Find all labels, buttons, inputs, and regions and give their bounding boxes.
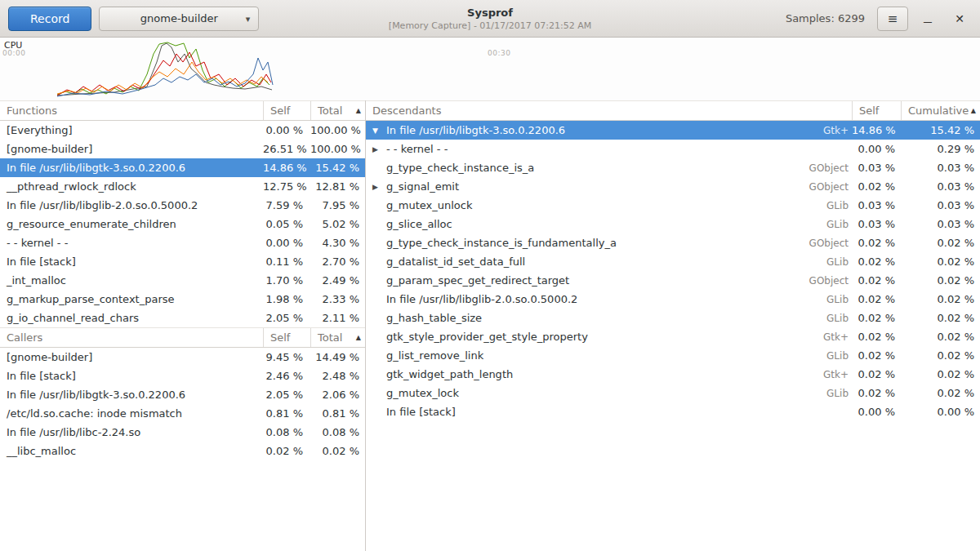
cumulative-column-header[interactable]: Cumulative ▲ [901,101,980,120]
descendant-row[interactable]: g_datalist_id_set_data_fullGLib0.02 %0.0… [366,252,980,271]
profile-target-dropdown[interactable]: gnome-builder ▾ [99,7,259,31]
descendant-row[interactable]: gtk_widget_path_lengthGtk+0.02 %0.02 % [366,365,980,384]
symbol-name: __pthread_rwlock_rdlock [0,180,263,193]
library-tag: GLib [795,313,852,324]
caller-row[interactable]: __libc_malloc0.02 %0.02 % [0,442,365,460]
cumulative-percent: 0.03 % [901,218,980,230]
library-tag: Gtk+ [795,369,852,380]
callers-total-column-header[interactable]: Total ▲ [310,328,365,347]
symbol-name: g_type_check_instance_is_fundamentally_a [366,237,795,249]
record-button[interactable]: Record [8,7,91,31]
cpu-red-line [57,52,271,96]
library-tag: GLib [795,256,852,268]
descendants-column-header[interactable]: Descendants [366,101,852,120]
minimize-icon: ─ [924,16,932,29]
descendant-row[interactable]: In file /usr/lib/libglib-2.0.so.0.5000.2… [366,290,980,309]
chevron-down-icon: ▾ [246,14,251,24]
self-percent: 0.11 % [263,256,310,268]
library-tag: Gtk+ [795,331,852,343]
self-percent: 0.05 % [263,218,310,230]
function-row[interactable]: [gnome-builder]26.51 %100.00 % [0,140,365,158]
self-percent: 0.00 % [852,406,901,418]
self-percent: 14.86 % [852,124,901,136]
minimize-button[interactable]: ─ [915,7,940,31]
descendant-row[interactable]: ▼In file /usr/lib/libgtk-3.so.0.2200.6Gt… [366,121,980,140]
hamburger-icon: ≡ [888,11,898,26]
function-row[interactable]: [Everything]0.00 %100.00 % [0,121,365,140]
sort-indicator-icon: ▲ [356,334,361,341]
symbol-name-text: g_hash_table_size [386,312,482,324]
symbol-name: g_markup_parse_context_parse [0,293,263,305]
cpu-graph[interactable]: CPU 00:00 00:30 [0,38,980,100]
descendant-row[interactable]: gtk_style_provider_get_style_propertyGtk… [366,327,980,346]
symbol-name: g_slice_alloc [366,218,795,230]
descendant-row[interactable]: In file [stack]0.00 %0.00 % [366,402,980,421]
descendant-row[interactable]: g_mutex_unlockGLib0.03 %0.03 % [366,196,980,215]
cumulative-percent: 0.02 % [901,274,980,287]
self-percent: 0.02 % [852,274,901,287]
symbol-name: _int_malloc [0,274,263,287]
library-tag: GLib [795,388,852,399]
cumulative-percent: 0.00 % [901,406,980,418]
callers-column-header[interactable]: Callers [0,328,263,347]
close-button[interactable]: ✕ [947,7,972,31]
menu-button[interactable]: ≡ [877,7,908,31]
symbol-name-text: g_type_check_instance_is_fundamentally_a [386,237,617,249]
descendant-row[interactable]: g_slice_allocGLib0.03 %0.03 % [366,215,980,233]
symbol-name-text: g_list_remove_link [386,349,483,362]
expander-collapsed-icon[interactable]: ▶ [372,183,386,191]
self-column-header[interactable]: Self [263,101,310,120]
cumulative-percent: 0.02 % [901,312,980,324]
function-row[interactable]: _int_malloc1.70 %2.49 % [0,271,365,290]
self-percent: 26.51 % [263,143,310,155]
descendant-row[interactable]: ▶g_signal_emitGObject0.02 %0.03 % [366,177,980,196]
caller-row[interactable]: In file [stack]2.46 %2.48 % [0,367,365,385]
symbol-name: ▼In file /usr/lib/libgtk-3.so.0.2200.6 [366,124,795,136]
total-percent: 2.06 % [310,389,365,401]
caller-row[interactable]: In file /usr/lib/libgtk-3.so.0.2200.62.0… [0,385,365,404]
self-percent: 0.02 % [263,445,310,457]
right-panel: Descendants Self Cumulative ▲ ▼In file /… [366,100,980,551]
self-percent: 0.03 % [852,199,901,211]
caller-row[interactable]: In file /usr/lib/libc-2.24.so0.08 %0.08 … [0,423,365,442]
function-row[interactable]: g_io_channel_read_chars2.05 %2.11 % [0,309,365,327]
symbol-name: gtk_style_provider_get_style_property [366,331,795,343]
function-row[interactable]: In file [stack]0.11 %2.70 % [0,252,365,271]
function-row[interactable]: __pthread_rwlock_rdlock12.75 %12.81 % [0,177,365,196]
function-row[interactable]: In file /usr/lib/libglib-2.0.so.0.5000.2… [0,196,365,215]
symbol-name-text: g_param_spec_get_redirect_target [386,274,569,287]
functions-header: Functions Self Total ▲ [0,100,365,121]
cumulative-percent: 0.02 % [901,387,980,399]
self-percent: 7.59 % [263,199,310,211]
descendant-row[interactable]: g_param_spec_get_redirect_targetGObject0… [366,271,980,290]
function-row[interactable]: In file /usr/lib/libgtk-3.so.0.2200.614.… [0,158,365,177]
descendant-row[interactable]: g_type_check_instance_is_fundamentally_a… [366,233,980,252]
descendant-row[interactable]: g_list_remove_linkGLib0.02 %0.02 % [366,346,980,365]
total-percent: 4.30 % [310,237,365,249]
total-percent: 0.81 % [310,407,365,420]
expander-collapsed-icon[interactable]: ▶ [372,145,386,153]
descendant-row[interactable]: g_type_check_instance_is_aGObject0.03 %0… [366,158,980,177]
descendants-self-column-header[interactable]: Self [852,101,901,120]
descendant-row[interactable]: g_mutex_lockGLib0.02 %0.02 % [366,384,980,402]
window-title: Sysprof [389,7,591,19]
function-row[interactable]: g_resource_enumerate_children0.05 %5.02 … [0,215,365,233]
symbol-name: In file /usr/lib/libgtk-3.so.0.2200.6 [0,162,263,174]
symbol-name: g_mutex_lock [366,387,795,399]
cumulative-percent: 0.02 % [901,293,980,305]
descendant-row[interactable]: ▶- - kernel - -0.00 %0.29 % [366,140,980,158]
symbol-name-text: g_slice_alloc [386,218,452,230]
caller-row[interactable]: /etc/ld.so.cache: inode mismatch0.81 %0.… [0,404,365,423]
total-column-header[interactable]: Total ▲ [310,101,365,120]
expander-expanded-icon[interactable]: ▼ [372,127,386,135]
sort-indicator-icon: ▲ [971,107,976,114]
caller-row[interactable]: [gnome-builder]9.45 %14.49 % [0,348,365,367]
symbol-name: In file /usr/lib/libgtk-3.so.0.2200.6 [0,389,263,401]
descendant-row[interactable]: g_hash_table_sizeGLib0.02 %0.02 % [366,309,980,327]
window-title-block: Sysprof [Memory Capture] - 01/17/2017 07… [389,7,591,31]
functions-column-header[interactable]: Functions [0,101,263,120]
callers-self-column-header[interactable]: Self [263,328,310,347]
function-row[interactable]: - - kernel - -0.00 %4.30 % [0,233,365,252]
symbol-name: g_resource_enumerate_children [0,218,263,230]
function-row[interactable]: g_markup_parse_context_parse1.98 %2.33 % [0,290,365,309]
